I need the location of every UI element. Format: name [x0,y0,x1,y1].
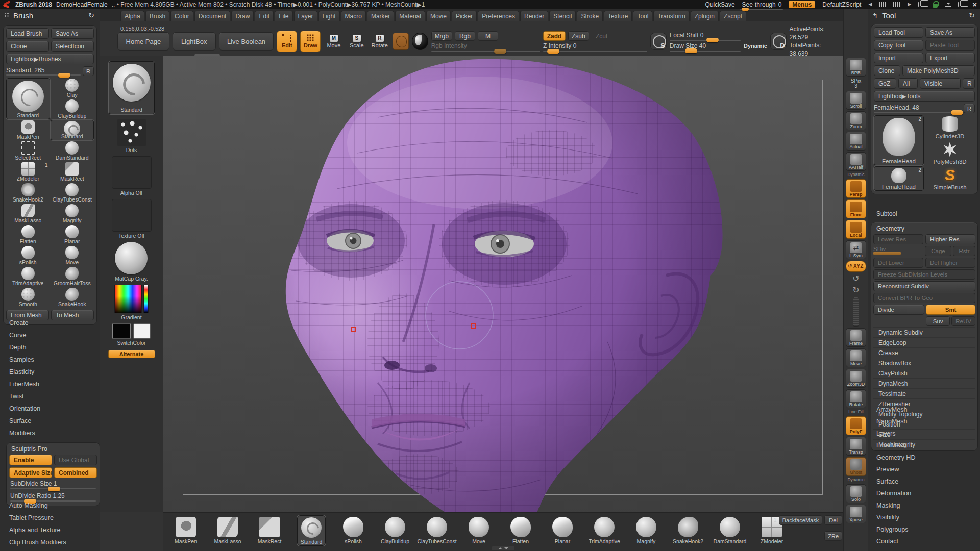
tray-resize-handle[interactable] [194,54,220,56]
brush-tile[interactable]: Flatten [6,224,50,245]
menu-tab[interactable]: Transform [653,11,689,21]
geometry-title[interactable]: Geometry [876,225,975,232]
rgb-button[interactable]: Rgb [455,31,475,41]
goz-button[interactable]: GoZ [874,78,896,89]
draw-mode-button[interactable]: Draw [300,31,321,52]
shelf-button[interactable]: Dynamic [846,172,866,178]
scale-mode-button[interactable]: S Scale [347,31,366,52]
shelf-button[interactable]: Frame [846,328,866,347]
sculptris-title[interactable]: Sculptris Pro [11,445,97,453]
home-page-button[interactable]: Home Page [117,32,169,51]
clone-tool-button[interactable]: Clone [874,65,900,76]
brush-tile[interactable]: SnakeHook [51,287,94,308]
menu-tab[interactable]: Draw [231,11,254,21]
restore-button[interactable] [958,2,965,7]
tool-section-row[interactable]: Morph Target [868,547,980,551]
subdivide-size-slider[interactable]: SubDivide Size 1 [10,480,96,489]
shelf-button[interactable]: Rotate [846,389,866,408]
rotate-mode-button[interactable]: R Rotate [370,31,389,52]
geometry-subsection-row[interactable]: EdgeLoop [873,337,975,347]
menu-tab[interactable]: Stroke [577,11,603,21]
adaptive-size-button[interactable]: Adaptive Size [9,467,52,478]
combined-button[interactable]: Combined [54,467,97,478]
saturation-value-square[interactable] [114,285,142,313]
lightbox-button[interactable]: LightBox [173,32,216,51]
paste-tool-button[interactable]: Paste Tool [925,40,975,51]
edit-mode-button[interactable]: Edit [277,31,297,52]
brush-section-row[interactable]: Samples [0,354,100,366]
export-button[interactable]: Export [925,53,975,63]
color-picker[interactable]: Gradient [114,285,149,320]
tool-section-row[interactable]: Polygroups [868,523,980,536]
sculptris-enable-button[interactable]: Enable [9,455,52,465]
menu-tab[interactable]: Marker [367,11,394,21]
zadd-button[interactable]: Zadd [543,31,566,41]
smt-button[interactable]: Smt [926,305,975,315]
z-intensity-slider[interactable]: Z Intensity 0 [543,42,647,52]
r-button[interactable]: R [964,104,975,113]
shelf-button[interactable]: Transp [846,437,866,456]
copy-tool-button[interactable]: Copy Tool [874,40,923,51]
brush-section-row[interactable]: Create [0,317,100,329]
draw-size-slider[interactable]: Draw Size 40 [670,42,741,52]
tray-brush-item[interactable]: MaskRect [255,515,284,546]
current-material-tile[interactable]: MatCap Gray. [115,242,148,282]
minimize-button[interactable] [945,2,951,7]
load-tool-button[interactable]: Load Tool [874,27,923,38]
r-button[interactable]: R [963,78,975,89]
m-button[interactable]: M [478,31,498,41]
brush-tile[interactable]: sPolish [6,245,50,266]
zsub-button[interactable]: Zsub [568,31,589,41]
menu-tab[interactable]: Material [395,11,425,21]
tool-item[interactable]: PolyMesh3D [925,141,975,165]
backface-mask-button[interactable]: BackfaceMask [779,515,823,525]
tool-section-row[interactable]: FiberMesh [868,440,980,452]
shelf-button[interactable]: Dynamic [846,478,866,483]
menus-button[interactable]: Menus [789,1,815,8]
shelf-button[interactable]: Actual [846,132,866,151]
brush-section-row[interactable]: Auto Masking [0,499,100,512]
tray-brush-item[interactable]: ClayBuildup [381,515,409,546]
current-stroke-tile[interactable]: Dots [117,119,146,153]
tray-brush-item[interactable]: MaskLasso [213,515,242,546]
reuv-button[interactable]: ReUV [951,316,975,326]
viewport-model[interactable] [163,56,843,512]
shelf-button[interactable]: BPR [846,58,866,77]
menu-tab[interactable]: Tool [633,11,652,21]
shelf-button[interactable]: ↻ [846,285,866,295]
brush-section-row[interactable]: Curve [0,329,100,341]
current-alpha-tile[interactable]: Alpha Off [112,156,152,196]
brush-tile[interactable]: Magnify [51,204,94,224]
del-higher-button[interactable]: Del Higher [925,258,975,268]
zscript-button[interactable]: DefaultZScript [822,1,861,8]
menu-tab[interactable]: Stencil [549,11,576,21]
sdiv-slider[interactable]: SDiv [873,246,923,256]
shelf-button[interactable] [853,297,859,327]
live-boolean-button[interactable]: Live Boolean [219,32,274,51]
tray-brush-item[interactable]: Magnify [632,515,660,546]
shelf-button[interactable]: Zoom3D [846,369,866,388]
geometry-subsection-row[interactable]: Crease [873,347,975,358]
brush-tile[interactable]: Clay [51,78,94,98]
shelf-button[interactable]: Xpose [846,505,866,523]
focal-shift-slider[interactable]: Focal Shift 0 [670,32,741,41]
tool-section-row[interactable]: ArrayMesh [868,404,980,416]
brush-tile[interactable]: MaskRect [51,162,94,182]
brush-section-row[interactable]: Smooth Brush Modifiers [0,548,100,551]
shelf-button[interactable]: Move [846,348,866,367]
tray-scroll-right-icon[interactable]: ▶ [908,2,911,7]
tool-section-row[interactable]: Masking [868,499,980,512]
freeze-subdivision-button[interactable]: Freeze SubDivision Levels [873,269,975,280]
unlock-icon[interactable] [933,4,938,8]
geometry-subsection-row[interactable]: ShadowBox [873,358,975,368]
tray-brush-item[interactable]: MaskPen [172,515,200,546]
save-as-button[interactable]: Save As [925,27,975,38]
tray-brush-item[interactable]: sPolish [339,515,368,546]
del-button-truncated[interactable]: Del [824,515,842,525]
shelf-button[interactable]: Persp [846,179,866,198]
brush-tile[interactable]: ClayTubesConst [51,183,94,203]
tool-section-row[interactable]: NanoMesh [868,416,980,428]
tool-section-row[interactable]: Deformation [868,488,980,500]
menu-tab[interactable]: Brush [145,11,169,21]
tray-brush-item[interactable]: ClayTubesConst [423,515,451,546]
